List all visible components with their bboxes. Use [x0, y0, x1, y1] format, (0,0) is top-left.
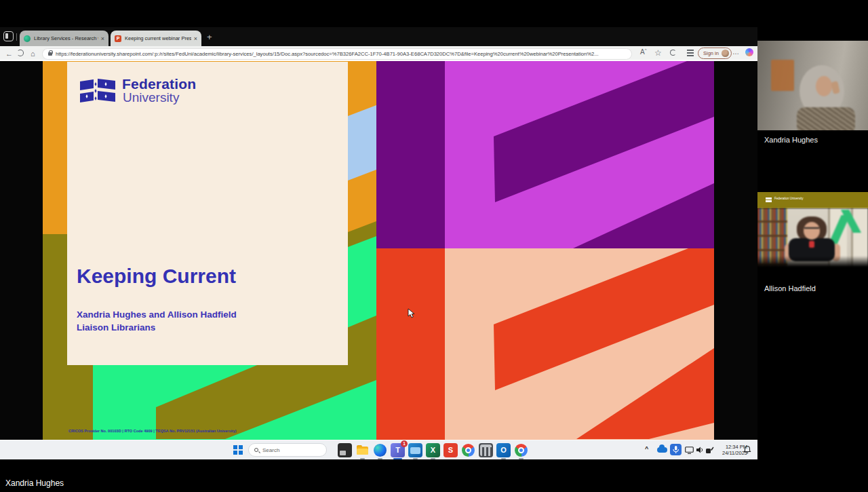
participant-name-label: Xandria Hughes — [764, 136, 818, 144]
mic-glyph — [670, 444, 682, 455]
running-indicator — [413, 458, 418, 459]
participant-glasses — [804, 227, 819, 231]
tab-title: Keeping current webinar Present... — [125, 35, 191, 41]
pen-input-icon[interactable] — [705, 446, 714, 454]
browser-tab-strip: Library Services - Research webi... × P … — [0, 27, 757, 46]
calculator-icon[interactable] — [479, 443, 493, 457]
search-placeholder: Search — [262, 447, 279, 453]
display-cast-icon[interactable] — [685, 447, 694, 454]
running-indicator — [378, 458, 382, 459]
logo-wordmark-line2: University — [123, 90, 179, 105]
profile-avatar — [722, 50, 729, 57]
powerpoint-favicon-icon: P — [115, 35, 121, 42]
running-indicator — [360, 458, 365, 459]
teams-meeting-window: Library Services - Research webi... × P … — [0, 0, 868, 492]
tab-close-icon[interactable]: × — [101, 35, 104, 42]
video-frame — [757, 41, 868, 130]
tab-title: Library Services - Research webi... — [34, 35, 98, 41]
library-services-favicon-icon — [24, 35, 31, 42]
browser-tab-library-services[interactable]: Library Services - Research webi... × — [20, 31, 108, 46]
slide-subtitle-role: Liaison Librarians — [77, 322, 155, 333]
mini-federation-logo-icon — [766, 197, 772, 203]
microphone-active-icon[interactable] — [670, 444, 682, 455]
refresh-button[interactable] — [17, 50, 24, 56]
browser-content-area: Federation University Keeping Current Xa… — [0, 61, 757, 440]
federation-university-logo-icon — [80, 78, 117, 107]
wall-picture — [771, 60, 794, 91]
video-frame — [757, 208, 868, 268]
home-button[interactable]: ⌂ — [31, 49, 35, 58]
slide-subtitle-authors: Xandria Hughes and Allison Hadfield — [77, 309, 237, 320]
excel-icon[interactable]: X — [426, 443, 440, 457]
search-icon — [254, 448, 258, 452]
speaker-icon[interactable] — [696, 446, 704, 454]
edge-browser-icon[interactable] — [373, 443, 387, 457]
tab-actions-icon[interactable] — [3, 31, 14, 41]
snagit-icon[interactable]: S — [443, 443, 458, 457]
address-bar[interactable]: https://federationuniversity.sharepoint.… — [42, 48, 632, 60]
slide-title: Keeping Current — [77, 265, 236, 288]
mouse-cursor — [408, 308, 416, 319]
favorite-star-icon[interactable]: ☆ — [654, 48, 662, 58]
collections-icon[interactable] — [687, 50, 694, 56]
browser-essentials-icon[interactable] — [670, 50, 676, 56]
outlook-classic-icon[interactable]: O — [496, 443, 511, 457]
teams-icon[interactable]: T 1 — [391, 443, 405, 457]
running-indicator — [519, 458, 524, 459]
copilot-icon[interactable] — [745, 48, 753, 56]
outlook-new-icon[interactable] — [408, 443, 422, 457]
pinned-app-dark-window-icon[interactable] — [338, 443, 352, 457]
browser-more-menu[interactable]: … — [732, 48, 739, 56]
participant-torso — [797, 107, 855, 130]
running-indicator — [431, 458, 435, 459]
participant-lanyard — [809, 241, 814, 248]
notification-bell-icon[interactable] — [743, 445, 751, 454]
sign-in-button[interactable]: Sign in — [698, 48, 732, 59]
lock-icon — [48, 52, 52, 56]
participant-name-label: Allison Hadfield — [764, 284, 816, 292]
participant-face — [816, 76, 832, 96]
slide-background-shapes — [43, 61, 714, 440]
tray-chevron-icon[interactable]: ^ — [645, 445, 648, 452]
slide-canvas[interactable]: Federation University Keeping Current Xa… — [43, 61, 714, 440]
video-bottom-fade — [757, 256, 868, 268]
running-indicator-active — [393, 458, 402, 459]
mini-federation-logo-text: Federation University — [774, 197, 804, 201]
onedrive-icon[interactable] — [657, 447, 667, 453]
read-aloud-button[interactable]: A^ — [640, 48, 647, 56]
url-text: https://federationuniversity.sharepoint.… — [56, 51, 599, 57]
chrome-icon[interactable] — [461, 443, 475, 457]
tab-close-icon[interactable]: × — [194, 35, 197, 42]
sign-in-label: Sign in — [703, 50, 719, 56]
browser-tab-keeping-current[interactable]: P Keeping current webinar Present... × — [111, 31, 201, 46]
taskbar-search-box[interactable]: Search — [248, 443, 327, 457]
back-button[interactable]: ← — [5, 49, 13, 58]
tab-divider — [16, 33, 17, 41]
new-tab-button[interactable]: + — [207, 33, 212, 41]
running-indicator — [501, 458, 506, 459]
video-tile-allison[interactable]: Federation University — [757, 192, 868, 268]
video-tile-xandria[interactable] — [757, 41, 868, 130]
participant-face — [804, 222, 820, 240]
presenter-name-overlay: Xandria Hughes — [5, 478, 64, 488]
start-button-icon[interactable] — [233, 445, 243, 455]
slide-footer-cricos: CRICOS Provider No. 00103D | RTO Code 49… — [68, 429, 237, 433]
chrome-profile-icon[interactable] — [514, 443, 528, 457]
branded-banner: Federation University — [757, 192, 868, 208]
teams-notification-badge: 1 — [401, 440, 408, 447]
file-explorer-icon[interactable] — [355, 443, 370, 457]
